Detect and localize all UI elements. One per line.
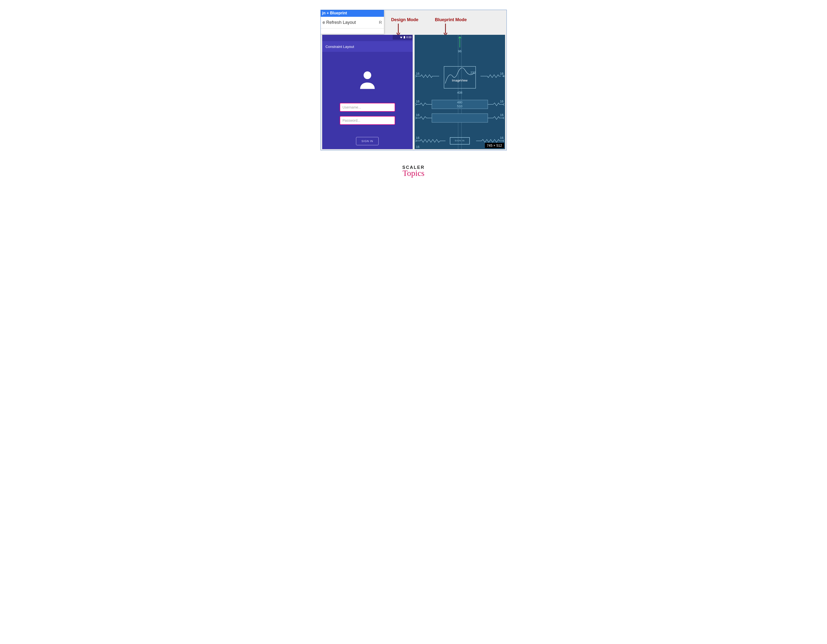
bp-margin-right-4: 16 bbox=[500, 136, 503, 140]
bp-margin-right-1: 16 bbox=[500, 72, 503, 75]
menu-item-blueprint[interactable]: jn + Blueprint bbox=[321, 10, 384, 17]
svg-rect-1 bbox=[404, 36, 405, 36]
bp-row1-bottom: 510 bbox=[457, 105, 462, 108]
menu-item-refresh-layout[interactable]: e Refresh Layout R bbox=[321, 17, 384, 28]
topics-text: Topics bbox=[402, 169, 424, 178]
design-preview-panel: 8:00 Constraint Layout Username... Passw… bbox=[322, 35, 413, 149]
view-mode-dropdown: jn + Blueprint e Refresh Layout R bbox=[321, 10, 384, 34]
bp-margin-left-3: 16 bbox=[416, 113, 420, 117]
bp-margin-right-3: 16 bbox=[500, 113, 503, 117]
person-icon bbox=[356, 69, 378, 91]
appbar-title: Constraint Layout bbox=[322, 41, 413, 52]
blueprint-mode-heading: Blueprint Mode bbox=[435, 17, 467, 22]
bp-row1-top: 480 bbox=[457, 100, 462, 104]
svg-rect-5 bbox=[444, 66, 476, 88]
bp-below-image: 408 bbox=[457, 91, 462, 94]
blueprint-preview-panel: 96 232 ImageView 408 16 16 16 16 480 510… bbox=[415, 35, 505, 149]
svg-rect-7 bbox=[432, 114, 488, 122]
username-input[interactable]: Username... bbox=[340, 103, 395, 112]
avatar-placeholder bbox=[322, 69, 413, 91]
bp-margin-left-2: 16 bbox=[416, 100, 420, 103]
signin-button[interactable]: SIGN IN bbox=[356, 137, 379, 145]
preview-panels: 8:00 Constraint Layout Username... Passw… bbox=[322, 35, 505, 150]
editor-frame: jn + Blueprint e Refresh Layout R Design… bbox=[320, 10, 507, 150]
status-time: 8:00 bbox=[406, 36, 412, 39]
bp-top-margin: 96 bbox=[458, 49, 461, 53]
bp-signin-label: SIGN IN bbox=[455, 139, 465, 142]
arrow-blueprint-icon bbox=[444, 23, 447, 36]
svg-rect-0 bbox=[404, 36, 405, 38]
arrow-design-icon bbox=[396, 23, 400, 36]
svg-point-2 bbox=[364, 72, 371, 79]
bp-margin-right-2: 16 bbox=[500, 100, 503, 103]
bp-margin-bottom: 16 bbox=[416, 145, 420, 148]
design-mode-heading: Design Mode bbox=[391, 17, 418, 22]
blueprint-size-badge: 745 × 512 bbox=[485, 143, 504, 148]
password-input[interactable]: Password... bbox=[340, 116, 395, 125]
scaler-topics-watermark: SCALER Topics bbox=[402, 165, 424, 178]
bp-margin-left-4: 16 bbox=[416, 136, 420, 140]
android-status-bar: 8:00 bbox=[393, 35, 413, 40]
refresh-shortcut: R bbox=[379, 20, 382, 25]
bp-margin-left-1: 16 bbox=[416, 72, 420, 75]
bp-imageview-dim: 232 bbox=[471, 71, 476, 75]
bp-imageview-label: ImageView bbox=[452, 78, 467, 82]
signal-icon bbox=[400, 36, 403, 38]
battery-icon bbox=[403, 36, 406, 38]
refresh-label: e Refresh Layout bbox=[323, 20, 356, 25]
